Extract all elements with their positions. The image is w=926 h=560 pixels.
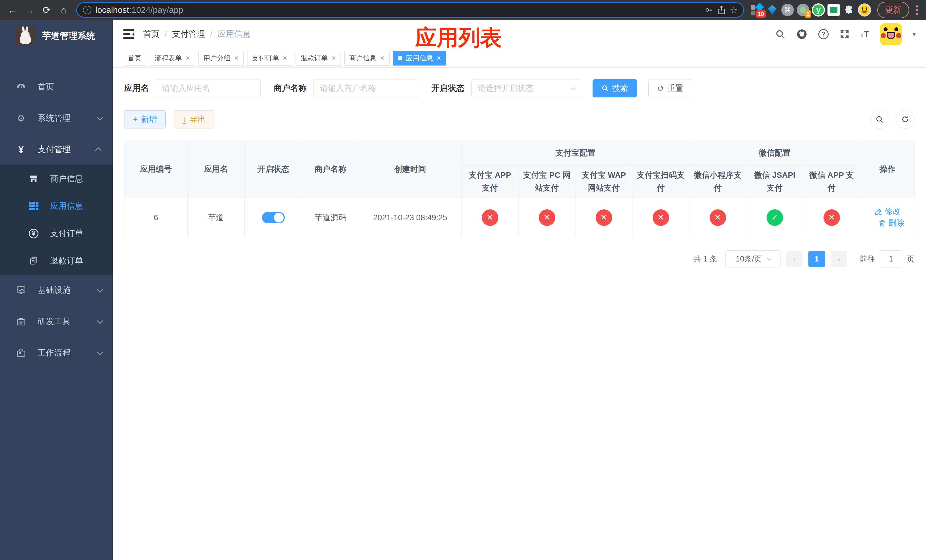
github-icon[interactable] — [796, 29, 808, 40]
dashboard-icon — [16, 83, 26, 91]
site-info-icon[interactable]: i — [83, 6, 91, 14]
status-select[interactable]: 请选择开启状态 — [471, 79, 581, 97]
page-content: 应用名 商户名称 开启状态 请选择开启状态 搜索 ↺ 重置 — [113, 68, 926, 560]
tab-user-group[interactable]: 用户分组✕ — [198, 51, 244, 65]
refresh-table-button[interactable] — [896, 110, 915, 129]
bookmark-star-icon[interactable]: ☆ — [730, 5, 737, 15]
chevron-down-icon — [767, 256, 772, 260]
plus-icon: + — [133, 115, 138, 124]
payment-submenu: 商户信息 应用信息 ¥ 支付订单 — [0, 165, 113, 275]
documents-icon — [29, 257, 39, 265]
help-icon[interactable]: ? — [819, 29, 829, 39]
alipay-wap-status-icon: ✕ — [596, 209, 612, 226]
tab-app-info[interactable]: 应用信息✕ — [393, 51, 446, 65]
browser-back-button[interactable]: ← — [5, 3, 20, 17]
extension-yudao-icon[interactable]: y — [812, 3, 825, 17]
browser-reload-button[interactable]: ⟳ — [39, 3, 54, 17]
close-tab-icon[interactable]: ✕ — [185, 55, 190, 62]
merchant-name-label: 商户名称 — [274, 83, 307, 94]
enabled-toggle[interactable] — [262, 212, 285, 223]
show-search-toggle-button[interactable] — [870, 110, 889, 129]
extension-gem-icon[interactable] — [766, 3, 779, 17]
browser-forward-button[interactable]: → — [22, 3, 37, 17]
delete-link[interactable]: 删除 — [878, 218, 904, 229]
edit-link[interactable]: 修改 — [875, 206, 901, 217]
tab-home[interactable]: 首页 — [123, 51, 146, 65]
browser-home-button[interactable]: ⌂ — [56, 3, 71, 17]
extension-command-icon[interactable]: ⌘ — [781, 3, 794, 17]
extension-smiley-icon[interactable] — [858, 3, 871, 17]
extension-recorder-icon[interactable]: 1 — [796, 3, 809, 17]
tab-merchant-info[interactable]: 商户信息✕ — [344, 51, 390, 65]
breadcrumb-home[interactable]: 首页 — [143, 29, 159, 40]
close-tab-icon[interactable]: ✕ — [234, 55, 239, 62]
app-table: 应用编号 应用名 开启状态 商户名称 创建时间 支付宝配置 微信配置 操作 支付… — [124, 141, 915, 237]
reset-button[interactable]: ↺ 重置 — [648, 79, 692, 97]
sidebar-item-system[interactable]: ⚙ 系统管理 — [0, 103, 113, 134]
sidebar-item-merchant-info[interactable]: 商户信息 — [0, 165, 113, 192]
share-icon[interactable] — [717, 5, 726, 15]
sidebar-item-refund-order[interactable]: 退款订单 — [0, 247, 113, 275]
sidebar-collapse-icon[interactable] — [123, 29, 135, 39]
sidebar-item-workflow[interactable]: 工作流程 — [0, 337, 113, 369]
app-logo — [16, 26, 35, 45]
tab-process-form[interactable]: 流程表单✕ — [150, 51, 195, 65]
sidebar-item-app-info[interactable]: 应用信息 — [0, 192, 113, 220]
active-tab-dot — [398, 56, 402, 61]
app-name-input[interactable] — [156, 79, 260, 97]
address-bar[interactable]: i localhost:1024/pay/app ☆ — [76, 2, 744, 18]
col-created: 创建时间 — [359, 141, 461, 198]
sidebar-item-pay-order[interactable]: ¥ 支付订单 — [0, 220, 113, 247]
col-alipay-app: 支付宝 APP 支付 — [461, 165, 519, 198]
app-logo-row[interactable]: 芋道管理系统 — [0, 20, 113, 52]
header-search-icon[interactable] — [775, 29, 785, 39]
pagination: 共 1 条 10条/页 ‹ 1 › 前往 页 — [124, 250, 915, 268]
col-alipay-pc: 支付宝 PC 网站支付 — [519, 165, 575, 198]
search-button[interactable]: 搜索 — [593, 79, 637, 97]
close-tab-icon[interactable]: ✕ — [283, 55, 287, 62]
page-number-1[interactable]: 1 — [808, 251, 825, 267]
breadcrumb-current: 应用信息 — [218, 29, 251, 40]
tab-refund-order[interactable]: 退款订单✕ — [295, 51, 341, 65]
next-page-button[interactable]: › — [831, 251, 847, 267]
goto-page-input[interactable] — [879, 250, 902, 268]
wechat-app-status-icon: ✕ — [823, 209, 840, 226]
group-wechat-config: 微信配置 — [689, 141, 860, 165]
tab-pay-order[interactable]: 支付订单✕ — [247, 51, 292, 65]
col-app-name: 应用名 — [188, 141, 245, 198]
page-size-select[interactable]: 10条/页 — [725, 250, 781, 268]
prev-page-button[interactable]: ‹ — [786, 251, 803, 267]
sidebar-item-infrastructure[interactable]: 基础设施 — [0, 275, 113, 306]
close-tab-icon[interactable]: ✕ — [437, 55, 441, 62]
cell-merchant: 芋道源码 — [302, 198, 359, 237]
col-app-id: 应用编号 — [124, 141, 188, 198]
browser-update-button[interactable]: 更新 — [877, 2, 909, 18]
extension-chat-icon[interactable] — [827, 3, 840, 17]
cell-actions: 修改 删除 — [860, 198, 915, 237]
add-button[interactable]: + 新增 — [124, 110, 166, 129]
sidebar-item-payment[interactable]: ¥ 支付管理 — [0, 134, 113, 165]
sidebar-item-dev-tools[interactable]: 研发工具 — [0, 306, 113, 337]
fullscreen-icon[interactable] — [840, 29, 850, 39]
close-tab-icon[interactable]: ✕ — [380, 55, 385, 62]
sidebar-item-home[interactable]: 首页 — [0, 71, 113, 103]
extensions-puzzle-icon[interactable] — [843, 3, 856, 17]
browser-menu-icon[interactable] — [913, 5, 921, 15]
font-size-icon[interactable]: тT — [861, 29, 869, 39]
breadcrumb-payment[interactable]: 支付管理 — [172, 29, 205, 40]
close-tab-icon[interactable]: ✕ — [331, 55, 336, 62]
alipay-app-status-icon: ✕ — [482, 209, 498, 226]
extension-tasks-icon[interactable]: 10 — [750, 3, 763, 17]
url-text[interactable]: localhost:1024/pay/app — [95, 5, 700, 15]
avatar-dropdown-caret-icon[interactable]: ▾ — [912, 30, 916, 38]
cell-app-name: 芋道 — [188, 198, 245, 237]
toolbox-icon — [16, 317, 26, 326]
user-avatar[interactable] — [880, 23, 902, 45]
merchant-name-input[interactable] — [313, 79, 418, 97]
col-wechat-app: 微信 APP 支付 — [803, 165, 860, 198]
col-alipay-wap: 支付宝 WAP 网站支付 — [575, 165, 632, 198]
password-key-icon[interactable] — [704, 5, 713, 15]
export-button[interactable]: ↓ 导出 — [174, 110, 215, 129]
cell-status — [245, 198, 302, 237]
reset-icon: ↺ — [657, 84, 664, 93]
